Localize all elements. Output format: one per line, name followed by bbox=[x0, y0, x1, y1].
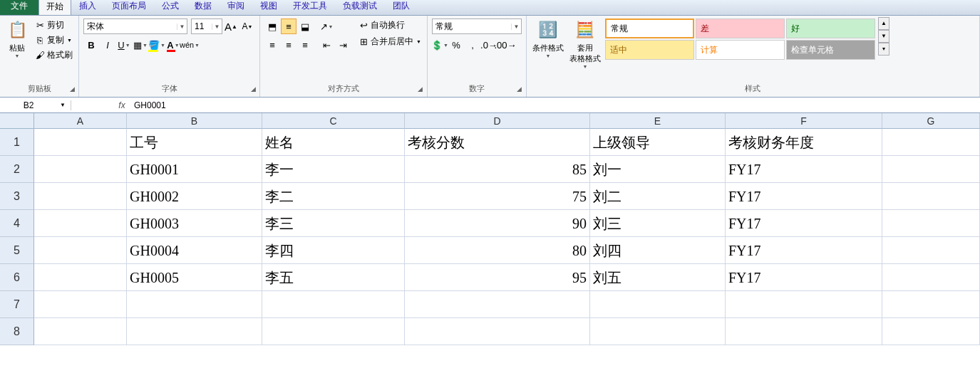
accounting-format-button[interactable]: 💲▼ bbox=[432, 37, 448, 53]
style-cell-4[interactable]: 计算 bbox=[696, 40, 785, 60]
copy-button[interactable]: ⎘复制▼ bbox=[33, 33, 74, 47]
cell-E3[interactable]: 刘二 bbox=[590, 183, 726, 210]
cell-D4[interactable]: 90 bbox=[405, 210, 590, 237]
cell-A5[interactable] bbox=[34, 237, 127, 264]
chevron-down-icon[interactable]: ▼ bbox=[511, 23, 521, 30]
name-box-input[interactable] bbox=[0, 100, 57, 110]
wrap-text-button[interactable]: ↩自动换行 bbox=[356, 19, 423, 32]
cell-D7[interactable] bbox=[405, 291, 590, 318]
cell-G3[interactable] bbox=[882, 183, 980, 210]
font-launcher[interactable]: ◢ bbox=[248, 85, 258, 95]
tab-4[interactable]: 数据 bbox=[187, 0, 220, 15]
cell-C1[interactable]: 姓名 bbox=[262, 129, 405, 156]
style-cell-2[interactable]: 好 bbox=[786, 19, 875, 38]
gallery-up-button[interactable]: ▲ bbox=[878, 17, 889, 30]
align-top-button[interactable]: ⬒ bbox=[264, 19, 280, 34]
cell-A2[interactable] bbox=[34, 156, 127, 183]
format-painter-button[interactable]: 🖌格式刷 bbox=[33, 48, 74, 62]
row-header-3[interactable]: 3 bbox=[0, 183, 34, 210]
increase-font-button[interactable]: A▲ bbox=[223, 19, 239, 34]
tab-8[interactable]: 负载测试 bbox=[335, 0, 385, 15]
cell-C7[interactable] bbox=[262, 291, 405, 318]
clipboard-launcher[interactable]: ◢ bbox=[67, 85, 77, 95]
col-header-D[interactable]: D bbox=[405, 113, 590, 129]
cell-B3[interactable]: GH0002 bbox=[127, 183, 262, 210]
col-header-C[interactable]: C bbox=[262, 113, 405, 129]
tab-file[interactable]: 文件 bbox=[0, 0, 38, 15]
percent-button[interactable]: % bbox=[448, 37, 464, 53]
cell-A6[interactable] bbox=[34, 264, 127, 291]
cell-A4[interactable] bbox=[34, 210, 127, 237]
cell-G5[interactable] bbox=[882, 237, 980, 264]
cell-C4[interactable]: 李三 bbox=[262, 210, 405, 237]
cell-D3[interactable]: 75 bbox=[405, 183, 590, 210]
cell-B1[interactable]: 工号 bbox=[127, 129, 262, 156]
cell-G1[interactable] bbox=[882, 129, 980, 156]
name-box[interactable]: ▼ bbox=[0, 100, 71, 110]
font-name-combo[interactable]: ▼ bbox=[83, 19, 187, 34]
gallery-more-button[interactable]: ▾ bbox=[878, 43, 889, 56]
cell-B7[interactable] bbox=[127, 291, 262, 318]
cell-A8[interactable] bbox=[34, 318, 127, 345]
col-header-A[interactable]: A bbox=[34, 113, 127, 129]
cell-D1[interactable]: 考核分数 bbox=[405, 129, 590, 156]
italic-button[interactable]: I bbox=[100, 37, 115, 53]
decrease-indent-button[interactable]: ⇤ bbox=[319, 37, 334, 53]
paste-button[interactable]: 📋 粘贴 ▼ bbox=[3, 17, 31, 60]
fill-color-button[interactable]: 🪣▼ bbox=[149, 37, 165, 53]
cell-E6[interactable]: 刘五 bbox=[590, 264, 726, 291]
bold-button[interactable]: B bbox=[83, 37, 99, 53]
cell-G2[interactable] bbox=[882, 156, 980, 183]
cell-C3[interactable]: 李二 bbox=[262, 183, 405, 210]
cell-F2[interactable]: FY17 bbox=[726, 156, 882, 183]
number-launcher[interactable]: ◢ bbox=[515, 85, 525, 95]
cell-F1[interactable]: 考核财务年度 bbox=[726, 129, 882, 156]
cell-D2[interactable]: 85 bbox=[405, 156, 590, 183]
cell-B6[interactable]: GH0005 bbox=[127, 264, 262, 291]
cell-A1[interactable] bbox=[34, 129, 127, 156]
align-right-button[interactable]: ≡ bbox=[297, 37, 313, 53]
col-header-F[interactable]: F bbox=[726, 113, 882, 129]
row-header-1[interactable]: 1 bbox=[0, 129, 34, 156]
col-header-B[interactable]: B bbox=[127, 113, 262, 129]
table-format-button[interactable]: 🧮 套用 表格格式 ▼ bbox=[567, 17, 604, 70]
formula-input[interactable] bbox=[130, 100, 980, 110]
cell-G8[interactable] bbox=[882, 318, 980, 345]
cell-F6[interactable]: FY17 bbox=[726, 264, 882, 291]
number-format-input[interactable] bbox=[433, 19, 511, 33]
alignment-launcher[interactable]: ◢ bbox=[416, 85, 425, 95]
cell-E2[interactable]: 刘一 bbox=[590, 156, 726, 183]
font-size-input[interactable] bbox=[192, 19, 212, 33]
tab-3[interactable]: 公式 bbox=[154, 0, 187, 15]
style-cell-0[interactable]: 常规 bbox=[605, 19, 694, 38]
align-center-button[interactable]: ≡ bbox=[281, 37, 296, 53]
cell-C6[interactable]: 李五 bbox=[262, 264, 405, 291]
cell-G4[interactable] bbox=[882, 210, 980, 237]
chevron-down-icon[interactable]: ▼ bbox=[57, 102, 68, 108]
font-color-button[interactable]: A▼ bbox=[165, 37, 181, 53]
phonetic-button[interactable]: wén▼ bbox=[182, 37, 197, 53]
tab-6[interactable]: 视图 bbox=[252, 0, 285, 15]
orientation-button[interactable]: ↗▼ bbox=[319, 19, 334, 34]
cell-A3[interactable] bbox=[34, 183, 127, 210]
cell-G7[interactable] bbox=[882, 291, 980, 318]
merge-center-button[interactable]: ⊞合并后居中▼ bbox=[356, 35, 423, 48]
tab-1[interactable]: 插入 bbox=[71, 0, 104, 15]
row-header-5[interactable]: 5 bbox=[0, 237, 34, 264]
cell-D8[interactable] bbox=[405, 318, 590, 345]
style-cell-5[interactable]: 检查单元格 bbox=[786, 40, 875, 60]
cell-B2[interactable]: GH0001 bbox=[127, 156, 262, 183]
fx-button[interactable]: fx bbox=[114, 100, 130, 110]
cell-E7[interactable] bbox=[590, 291, 726, 318]
col-header-G[interactable]: G bbox=[882, 113, 980, 129]
row-header-7[interactable]: 7 bbox=[0, 291, 34, 318]
number-format-combo[interactable]: ▼ bbox=[432, 19, 522, 34]
conditional-format-button[interactable]: 🔢 条件格式 ▼ bbox=[530, 17, 567, 60]
comma-button[interactable]: , bbox=[465, 37, 480, 53]
cell-F8[interactable] bbox=[726, 318, 882, 345]
decrease-font-button[interactable]: A▼ bbox=[239, 19, 255, 34]
gallery-down-button[interactable]: ▼ bbox=[878, 30, 889, 43]
align-bottom-button[interactable]: ⬓ bbox=[297, 19, 313, 34]
cell-C2[interactable]: 李一 bbox=[262, 156, 405, 183]
increase-indent-button[interactable]: ⇥ bbox=[335, 37, 351, 53]
